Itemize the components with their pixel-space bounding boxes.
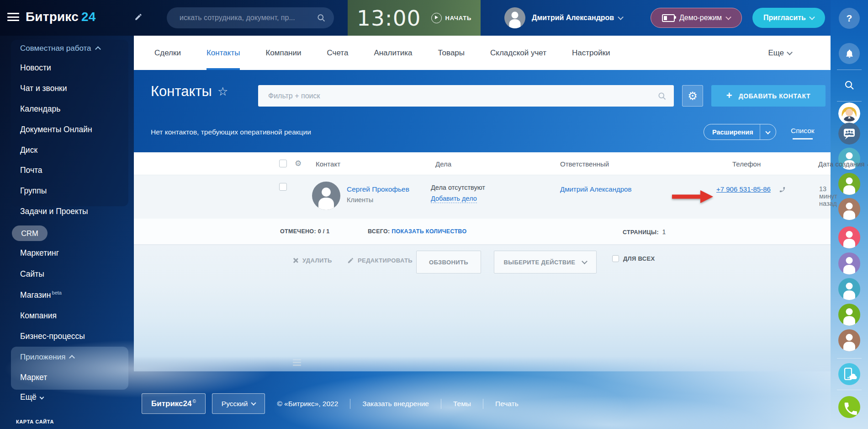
tab-products[interactable]: Товары — [438, 36, 465, 70]
sidebar-item-mail[interactable]: Почта — [20, 166, 42, 175]
global-search-input[interactable] — [179, 13, 317, 22]
edit-button[interactable]: РЕДАКТИРОВАТЬ — [347, 257, 413, 264]
bitrix24-footer-button[interactable]: Битрикс24© — [142, 393, 206, 414]
sidebar-item-market[interactable]: Маркет — [20, 373, 47, 382]
filter-search-input[interactable] — [267, 91, 657, 101]
call-all-button[interactable]: ОБЗВОНИТЬ — [416, 251, 481, 273]
employee-avatar[interactable] — [838, 198, 860, 220]
view-switch-list[interactable]: Список — [791, 127, 815, 139]
copyright-icon: © — [192, 399, 196, 404]
sitemap-link[interactable]: КАРТА САЙТА — [16, 419, 54, 424]
employee-avatar[interactable] — [838, 278, 860, 300]
sidebar-item-business-processes[interactable]: Бизнес-процессы — [20, 332, 85, 341]
sidebar-item-disk[interactable]: Диск — [20, 145, 37, 155]
favorite-star-icon[interactable]: ☆ — [217, 85, 228, 98]
employee-avatar[interactable] — [838, 329, 860, 351]
start-workday-button[interactable]: НАЧАТЬ — [428, 13, 471, 23]
tab-settings[interactable]: Настройки — [572, 36, 610, 70]
app-logo: Битрикс24 — [26, 10, 96, 24]
divider — [837, 70, 862, 70]
user-menu[interactable]: Дмитрий Александров — [504, 7, 623, 28]
employee-avatar[interactable] — [838, 173, 860, 195]
sidebar-item-tasks[interactable]: Задачи и Проекты — [20, 207, 88, 216]
column-header-contact[interactable]: Контакт — [316, 160, 340, 168]
sidebar-item-groups[interactable]: Группы — [20, 186, 47, 196]
row-checkbox[interactable] — [279, 183, 287, 191]
delete-button[interactable]: УДАЛИТЬ — [292, 257, 332, 264]
telephony-button[interactable] — [838, 396, 860, 418]
footer-link-themes[interactable]: Темы — [453, 400, 471, 408]
chat-bubble-icon — [838, 123, 860, 145]
notifications-button[interactable] — [839, 43, 860, 64]
table-row[interactable]: Сергей Прокофьев Клиенты Дела отсутствую… — [134, 175, 831, 219]
select-action-dropdown[interactable]: ВЫБЕРИТЕ ДЕЙСТВИЕ — [494, 251, 597, 273]
sidebar-item-documents[interactable]: Документы Онлайн — [20, 125, 92, 134]
employee-avatar[interactable] — [838, 226, 860, 248]
column-header-phone[interactable]: Телефон — [732, 160, 761, 168]
invite-button[interactable]: Пригласить — [752, 8, 825, 28]
edit-label: РЕДАКТИРОВАТЬ — [358, 257, 413, 264]
phone-link[interactable]: +7 906 531-85-86 — [716, 185, 771, 193]
extensions-dropdown[interactable] — [760, 131, 776, 134]
sidebar-item-chat[interactable]: Чат и звонки — [20, 84, 67, 93]
sidebar-item-sites[interactable]: Сайты — [20, 269, 44, 279]
contact-name-link[interactable]: Сергей Прокофьев — [347, 185, 409, 193]
edit-logo-pencil-icon[interactable] — [134, 13, 143, 21]
column-header-created[interactable]: Дата создания — [818, 160, 868, 168]
group-chat-avatar[interactable] — [838, 123, 860, 145]
footer-link-implementation[interactable]: Заказать внедрение — [362, 400, 429, 408]
global-search[interactable] — [167, 7, 334, 28]
tab-companies[interactable]: Компании — [265, 36, 301, 70]
tab-more[interactable]: Еще — [768, 36, 792, 70]
language-select[interactable]: Русский — [212, 393, 265, 414]
help-button[interactable]: ? — [839, 8, 860, 29]
search-icon[interactable] — [657, 91, 667, 101]
employee-avatar[interactable] — [838, 304, 860, 326]
sidebar-item-crm[interactable]: CRM — [12, 225, 48, 241]
tab-deals[interactable]: Сделки — [154, 36, 181, 70]
tab-analytics[interactable]: Аналитика — [374, 36, 412, 70]
add-deal-link[interactable]: Добавить дело — [431, 195, 477, 203]
sidebar-item-news[interactable]: Новости — [20, 63, 51, 73]
sidebar-item-shop[interactable]: Магазинbeta — [20, 290, 62, 300]
extensions-button[interactable]: Расширения — [704, 124, 776, 140]
columns-gear-icon[interactable]: ⚙ — [295, 159, 302, 168]
divider — [350, 399, 350, 409]
tab-invoices[interactable]: Счета — [327, 36, 348, 70]
user-avatar[interactable] — [504, 7, 525, 28]
sidebar-item-calendar[interactable]: Календарь — [20, 104, 60, 114]
sidebar-header-apps[interactable]: Приложения — [20, 353, 74, 362]
tab-inventory[interactable]: Складской учет — [490, 36, 546, 70]
employee-avatar[interactable] — [838, 252, 860, 274]
responsible-link[interactable]: Дмитрий Александров — [560, 185, 631, 193]
for-all-toggle[interactable]: ДЛЯ ВСЕХ — [608, 255, 655, 262]
grid-settings-button[interactable]: ⚙ — [682, 85, 703, 107]
chevron-down-icon — [725, 14, 731, 20]
start-workday-label: НАЧАТЬ — [445, 15, 471, 21]
created-date: 13 минут назад — [819, 185, 837, 207]
filter-search[interactable] — [258, 85, 674, 107]
mobile-app-button[interactable] — [838, 363, 860, 385]
sidebar-item-company[interactable]: Компания — [20, 311, 57, 321]
divider — [441, 399, 441, 409]
show-count-link[interactable]: ПОКАЗАТЬ КОЛИЧЕСТВО — [392, 228, 466, 235]
rail-search-button[interactable] — [844, 80, 855, 91]
sidebar-header-collaboration[interactable]: Совместная работа — [20, 44, 100, 53]
column-header-deals[interactable]: Дела — [435, 160, 451, 168]
sidebar-item-more[interactable]: Ещё — [20, 392, 43, 402]
demo-mode-button[interactable]: Демо-режим — [651, 8, 742, 28]
column-header-responsible[interactable]: Ответственный — [560, 160, 609, 168]
select-all-checkbox[interactable] — [279, 160, 287, 167]
footer-link-print[interactable]: Печать — [495, 400, 519, 408]
chevron-down-icon — [809, 14, 815, 20]
beta-badge: beta — [52, 290, 62, 295]
call-icon[interactable] — [779, 186, 786, 193]
x-icon — [292, 257, 298, 263]
search-icon[interactable] — [317, 13, 326, 22]
hamburger-menu-icon[interactable] — [7, 13, 19, 22]
add-contact-button[interactable]: + ДОБАВИТЬ КОНТАКТ — [711, 85, 826, 107]
sidebar-item-marketing[interactable]: Маркетинг — [20, 248, 59, 258]
for-all-checkbox[interactable] — [612, 255, 619, 262]
assistant-avatar[interactable] — [838, 102, 860, 124]
tab-contacts[interactable]: Контакты — [206, 36, 240, 70]
